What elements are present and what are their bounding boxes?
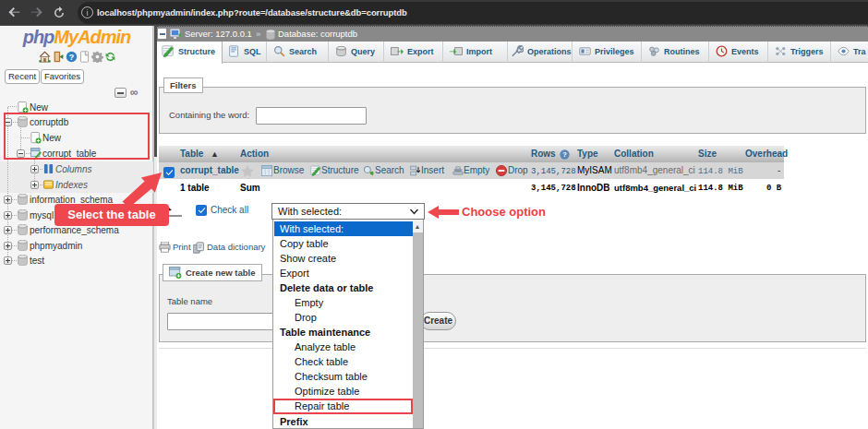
svg-text:?: ? [69,53,74,62]
svg-text:?: ? [562,150,567,159]
